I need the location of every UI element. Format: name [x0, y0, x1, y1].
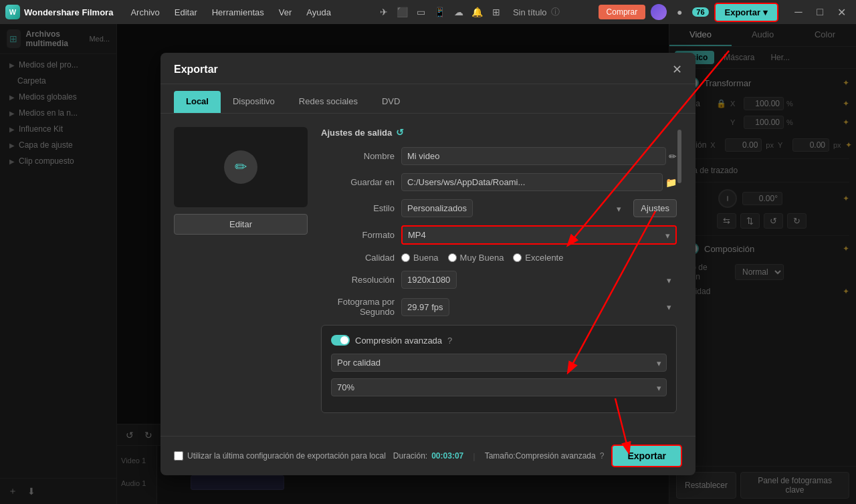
- modal-scroll-thumb: [677, 130, 681, 183]
- preview-thumbnail: ✏: [174, 127, 308, 207]
- edit-nombre-icon[interactable]: ✏: [669, 151, 677, 162]
- estilo-select-wrapper: Personalizados: [401, 199, 627, 217]
- exportar-button[interactable]: Exportar: [611, 445, 682, 467]
- nombre-input-group: ✏: [401, 147, 677, 165]
- formato-select[interactable]: MP4: [403, 227, 675, 243]
- modal-title: Exportar: [174, 64, 218, 76]
- percent-select[interactable]: 70%: [331, 378, 667, 396]
- grid-icon[interactable]: ⊞: [489, 5, 504, 19]
- resolucion-select-wrapper: 1920x1080: [401, 271, 677, 289]
- tamano-help-icon[interactable]: ?: [600, 451, 605, 461]
- maximize-button[interactable]: □: [811, 3, 829, 21]
- estilo-label: Estilo: [321, 203, 395, 213]
- menu-herramientas[interactable]: Herramientas: [205, 5, 271, 20]
- fps-select-wrapper: 29.97 fps: [401, 298, 677, 316]
- menu-editar[interactable]: Editar: [168, 5, 204, 20]
- modal-preview: ✏ Editar: [174, 127, 308, 422]
- calidad-label: Calidad: [321, 253, 395, 263]
- edit-button[interactable]: Editar: [174, 214, 308, 235]
- use-last-config-checkbox[interactable]: [174, 451, 183, 461]
- avatar: [651, 4, 667, 20]
- comp-percent-row: 70%: [331, 378, 667, 396]
- duracion-label: Duración:: [393, 451, 427, 461]
- calidad-excelente[interactable]: Excelente: [513, 253, 563, 263]
- logo-icon: W: [5, 5, 20, 19]
- nombre-label: Nombre: [321, 151, 395, 161]
- exportar-top-button[interactable]: Exportar ▾: [714, 3, 778, 22]
- modal-tab-local[interactable]: Local: [174, 91, 221, 113]
- guardar-label: Guardar en: [321, 177, 395, 187]
- thumb-placeholder: ✏: [224, 150, 257, 184]
- dropdown-arrow-icon: ▾: [763, 7, 768, 17]
- topbar: W Wondershare Filmora Archivo Editar Her…: [0, 0, 856, 24]
- calidad-radio-group: Buena Muy Buena Excelente: [401, 253, 563, 263]
- formato-row: Formato MP4: [321, 225, 677, 245]
- fps-row: Fotograma por Segundo 29.97 fps: [321, 297, 677, 317]
- resolucion-select[interactable]: 1920x1080: [401, 271, 457, 289]
- settings-title: Ajustes de salida: [321, 128, 392, 138]
- ajustes-button[interactable]: Ajustes: [633, 199, 677, 217]
- modal-tab-dvd[interactable]: DVD: [370, 91, 412, 113]
- menu-ayuda[interactable]: Ayuda: [300, 5, 338, 20]
- topbar-icons-group: ✈ ⬛ ▭ 📱 ☁ 🔔 ⊞: [377, 5, 504, 19]
- modal-tab-redes[interactable]: Redes sociales: [287, 91, 370, 113]
- formato-select-wrapper: MP4: [401, 225, 677, 245]
- compression-label: Compresión avanzada: [355, 336, 442, 346]
- duracion-value: 00:03:07: [431, 451, 463, 461]
- export-modal: Exportar ✕ Local Dispositivo Redes socia…: [160, 53, 696, 475]
- modal-tabs: Local Dispositivo Redes sociales DVD: [160, 84, 696, 114]
- minimize-button[interactable]: ─: [789, 3, 808, 21]
- refresh-icon[interactable]: ↺: [396, 127, 404, 138]
- guardar-row: Guardar en 📁: [321, 173, 677, 191]
- modal-tab-dispositivo[interactable]: Dispositivo: [221, 91, 287, 113]
- modal-body: ✏ Editar Ajustes de salida ↺ Nombre ✏: [160, 114, 696, 436]
- close-button[interactable]: ✕: [832, 3, 851, 21]
- footer-center: Duración: 00:03:07 | Tamaño:Compresión a…: [393, 451, 605, 461]
- resolucion-label: Resolución: [321, 275, 395, 285]
- thumb-icon: ✏: [235, 158, 247, 176]
- info-icon: ⓘ: [551, 6, 560, 18]
- estilo-select[interactable]: Personalizados: [401, 199, 473, 217]
- menu-ver[interactable]: Ver: [272, 5, 299, 20]
- compression-header: Compresión avanzada ?: [331, 335, 667, 346]
- app-name: Wondershare Filmora: [24, 7, 113, 17]
- app-logo: W Wondershare Filmora: [5, 5, 113, 19]
- devices-icon[interactable]: ⬛: [395, 5, 410, 19]
- folder-icon[interactable]: 📁: [665, 177, 677, 188]
- compression-help-icon[interactable]: ?: [447, 336, 452, 346]
- tamano-label: Tamaño:Compresión avanzada: [485, 451, 596, 461]
- monitor-icon[interactable]: ▭: [414, 5, 429, 19]
- compression-toggle[interactable]: [331, 335, 350, 346]
- topbar-center: ✈ ⬛ ▭ 📱 ☁ 🔔 ⊞ Sin título ⓘ: [343, 5, 593, 19]
- modal-footer: Utilizar la última configuración de expo…: [160, 436, 696, 475]
- comp-select-row: Por calidad: [331, 354, 667, 372]
- modal-close-button[interactable]: ✕: [672, 62, 682, 77]
- menu-archivo[interactable]: Archivo: [124, 5, 166, 20]
- cloud-icon[interactable]: ☁: [451, 5, 466, 19]
- footer-sep: |: [473, 451, 475, 461]
- nombre-row: Nombre ✏: [321, 147, 677, 165]
- calidad-buena[interactable]: Buena: [401, 253, 439, 263]
- comprar-button[interactable]: Comprar: [599, 5, 646, 19]
- comp-method-select[interactable]: Por calidad: [331, 354, 667, 372]
- share-icon[interactable]: ✈: [377, 5, 391, 19]
- use-last-config-label: Utilizar la última configuración de expo…: [187, 451, 386, 461]
- fps-label: Fotograma por Segundo: [321, 297, 395, 317]
- calidad-muy-buena[interactable]: Muy Buena: [448, 253, 504, 263]
- nombre-input[interactable]: [401, 147, 666, 165]
- window-title: Sin título: [513, 7, 547, 17]
- mobile-icon[interactable]: 📱: [433, 5, 447, 19]
- bell-icon[interactable]: 🔔: [470, 5, 485, 19]
- guardar-input[interactable]: [401, 173, 663, 191]
- compression-box: Compresión avanzada ? Por calidad: [321, 325, 677, 413]
- footer-left: Utilizar la última configuración de expo…: [174, 451, 386, 461]
- fps-select[interactable]: 29.97 fps: [401, 298, 449, 316]
- modal-settings: Ajustes de salida ↺ Nombre ✏ Guardar en: [308, 127, 677, 422]
- estilo-row: Estilo Personalizados Ajustes: [321, 199, 677, 217]
- modal-scrollbar[interactable]: [677, 127, 682, 422]
- modal-header: Exportar ✕: [160, 53, 696, 84]
- profile-icon[interactable]: ●: [672, 5, 687, 19]
- percent-select-wrapper: 70%: [331, 378, 667, 396]
- menu-bar: Archivo Editar Herramientas Ver Ayuda: [124, 5, 338, 20]
- notification-badge: 76: [692, 7, 708, 17]
